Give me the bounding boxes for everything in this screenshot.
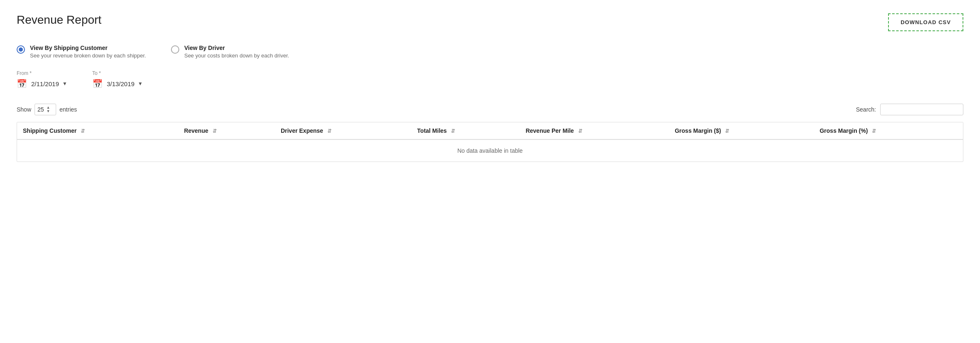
calendar-to-icon: 📅 — [92, 79, 103, 89]
entries-value: 25 — [37, 106, 44, 113]
sort-gross-margin-dollar-icon[interactable]: ⇵ — [725, 128, 729, 134]
sort-shipping-customer-icon[interactable]: ⇵ — [81, 128, 85, 134]
col-revenue[interactable]: Revenue ⇵ — [178, 122, 275, 139]
col-revenue-per-mile-label: Revenue Per Mile — [526, 127, 574, 134]
date-from-value: 2/11/2019 — [31, 80, 59, 87]
col-revenue-per-mile[interactable]: Revenue Per Mile ⇵ — [520, 122, 669, 139]
col-gross-margin-dollar-label: Gross Margin ($) — [675, 127, 721, 134]
date-to-label: To * — [92, 70, 143, 76]
view-by-driver-option[interactable]: View By Driver See your costs broken dow… — [171, 45, 289, 59]
entries-label: entries — [59, 106, 77, 113]
view-by-shipping-customer-option[interactable]: View By Shipping Customer See your reven… — [17, 45, 146, 59]
sort-driver-expense-icon[interactable]: ⇵ — [327, 128, 332, 134]
col-gross-margin-pct[interactable]: Gross Margin (%) ⇵ — [814, 122, 963, 139]
sort-revenue-icon[interactable]: ⇵ — [213, 128, 217, 134]
col-driver-expense-label: Driver Expense — [281, 127, 323, 134]
search-label: Search: — [856, 106, 876, 113]
chevron-down-icon: ▼ — [138, 81, 143, 87]
shipping-customer-title: View By Shipping Customer — [30, 45, 146, 51]
date-to-value: 3/13/2019 — [107, 80, 135, 87]
col-driver-expense[interactable]: Driver Expense ⇵ — [275, 122, 411, 139]
entries-stepper[interactable]: ▲ ▼ — [47, 106, 50, 113]
col-total-miles-label: Total Miles — [417, 127, 447, 134]
search-row: Search: — [856, 104, 963, 115]
sort-total-miles-icon[interactable]: ⇵ — [451, 128, 455, 134]
date-to-select[interactable]: 3/13/2019 ▼ — [107, 80, 143, 87]
view-options-group: View By Shipping Customer See your reven… — [17, 45, 963, 59]
table-header-row: Shipping Customer ⇵ Revenue ⇵ Driver Exp… — [17, 122, 963, 139]
col-total-miles[interactable]: Total Miles ⇵ — [411, 122, 520, 139]
shipping-customer-radio[interactable] — [17, 45, 25, 54]
date-range-row: From * 📅 2/11/2019 ▼ To * 📅 3/13/2019 ▼ — [17, 70, 963, 89]
show-entries-control: Show 25 ▲ ▼ entries — [17, 104, 77, 115]
col-revenue-label: Revenue — [184, 127, 208, 134]
table-controls-row: Show 25 ▲ ▼ entries Search: — [17, 104, 963, 115]
data-table-wrapper: Shipping Customer ⇵ Revenue ⇵ Driver Exp… — [17, 122, 963, 162]
col-gross-margin-dollar[interactable]: Gross Margin ($) ⇵ — [669, 122, 814, 139]
date-to-field: To * 📅 3/13/2019 ▼ — [92, 70, 143, 89]
col-shipping-customer[interactable]: Shipping Customer ⇵ — [17, 122, 178, 139]
date-from-label: From * — [17, 70, 67, 76]
date-from-field: From * 📅 2/11/2019 ▼ — [17, 70, 67, 89]
driver-radio[interactable] — [171, 45, 179, 54]
sort-gross-margin-pct-icon[interactable]: ⇵ — [872, 128, 876, 134]
entries-select[interactable]: 25 ▲ ▼ — [35, 104, 56, 115]
show-label: Show — [17, 106, 31, 113]
date-from-select[interactable]: 2/11/2019 ▼ — [31, 80, 67, 87]
chevron-down-icon: ▼ — [62, 81, 67, 87]
col-gross-margin-pct-label: Gross Margin (%) — [819, 127, 868, 134]
revenue-table: Shipping Customer ⇵ Revenue ⇵ Driver Exp… — [17, 122, 963, 162]
driver-desc: See your costs broken down by each drive… — [184, 52, 289, 59]
no-data-row: No data available in table — [17, 139, 963, 162]
shipping-customer-desc: See your revenue broken down by each shi… — [30, 52, 146, 59]
sort-revenue-per-mile-icon[interactable]: ⇵ — [578, 128, 582, 134]
stepper-down-icon[interactable]: ▼ — [47, 109, 50, 113]
driver-title: View By Driver — [184, 45, 289, 51]
calendar-from-icon: 📅 — [17, 79, 27, 89]
download-csv-button[interactable]: DOWNLOAD CSV — [888, 13, 963, 31]
col-shipping-customer-label: Shipping Customer — [23, 127, 77, 134]
search-input[interactable] — [880, 104, 963, 115]
page-title: Revenue Report — [17, 13, 101, 27]
no-data-message: No data available in table — [17, 139, 963, 162]
